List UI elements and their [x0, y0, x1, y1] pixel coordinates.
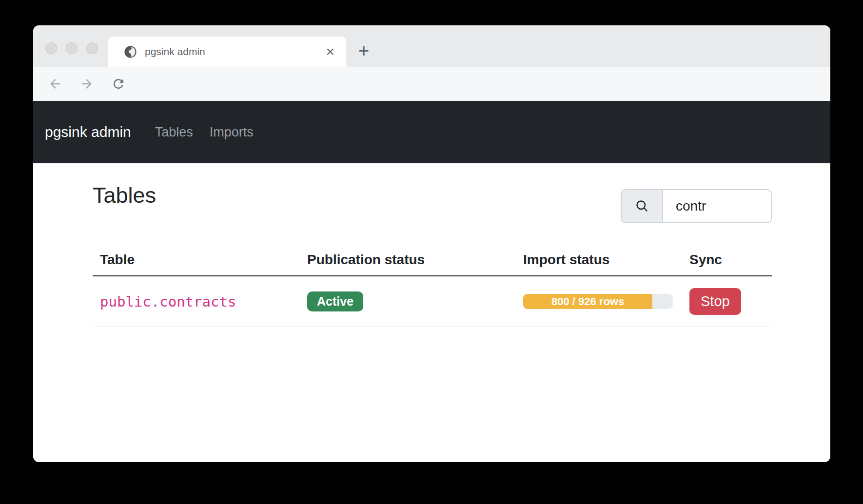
tab-strip: pgsink admin × + — [33, 25, 830, 67]
table-header-row: Table Publication status Import status S… — [93, 244, 772, 276]
header-table: Table — [93, 252, 307, 268]
tab-close-icon[interactable]: × — [326, 44, 334, 59]
minimize-window-button[interactable] — [66, 42, 78, 54]
screenshot-background: pgsink admin × + localhost: — [0, 0, 863, 504]
browser-toolbar: localhost:3000/tables — [33, 67, 830, 101]
search-input[interactable] — [663, 190, 771, 222]
browser-window: pgsink admin × + localhost: — [33, 25, 830, 462]
import-progress-fill: 800 / 926 rows — [523, 294, 652, 309]
table-name-cell: public.contracts — [93, 293, 307, 310]
tables-table: Table Publication status Import status S… — [93, 244, 772, 327]
header-sync: Sync — [689, 252, 772, 268]
new-tab-button[interactable]: + — [351, 38, 376, 63]
publication-status-badge: Active — [307, 291, 363, 311]
close-window-button[interactable] — [45, 42, 57, 54]
table-row: public.contracts Active 800 / 926 rows — [93, 276, 772, 327]
zoom-window-button[interactable] — [86, 42, 98, 54]
navbar-brand[interactable]: pgsink admin — [45, 124, 131, 140]
nav-link-tables[interactable]: Tables — [155, 125, 193, 140]
window-controls — [45, 42, 98, 54]
import-progress-label: 800 / 926 rows — [551, 295, 624, 308]
stop-sync-button[interactable]: Stop — [689, 288, 741, 315]
tab-favicon-globe-icon — [124, 45, 137, 58]
back-icon[interactable] — [48, 77, 62, 91]
table-name: public.contracts — [100, 293, 236, 310]
app-navbar: pgsink admin Tables Imports — [33, 101, 830, 163]
search-group — [621, 189, 772, 223]
page-content: Tables Table Publication status Import s… — [33, 163, 830, 462]
publication-status-cell: Active — [307, 291, 523, 311]
import-status-cell: 800 / 926 rows — [523, 294, 689, 309]
reload-icon[interactable] — [111, 77, 126, 91]
navbar-links: Tables Imports — [155, 125, 254, 140]
search-icon — [622, 190, 663, 222]
browser-tab[interactable]: pgsink admin × — [108, 37, 346, 67]
sync-cell: Stop — [689, 288, 772, 315]
import-progress-bar: 800 / 926 rows — [523, 294, 673, 309]
tab-title: pgsink admin — [145, 46, 205, 58]
header-import-status: Import status — [523, 252, 689, 268]
forward-icon[interactable] — [79, 77, 94, 91]
page-title: Tables — [93, 183, 156, 208]
header-publication-status: Publication status — [307, 252, 523, 268]
nav-link-imports[interactable]: Imports — [210, 125, 254, 140]
